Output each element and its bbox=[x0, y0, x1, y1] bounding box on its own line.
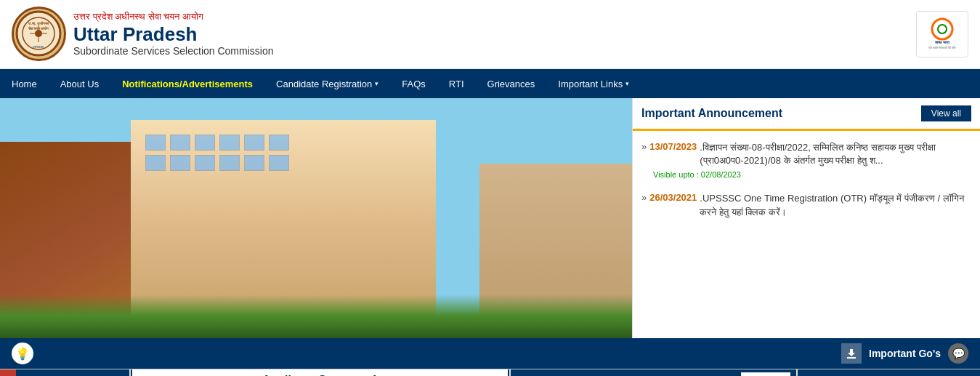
applicant-header: Applicant Segment-1 bbox=[131, 369, 509, 376]
bottom-right-area: Important Go's 💬 bbox=[841, 343, 968, 364]
header-hindi: उत्तर प्रदेश अधीनस्थ सेवा चयन आयोग bbox=[73, 11, 916, 23]
sections-area: Contact Us Online FormSubmission Applica… bbox=[0, 369, 980, 376]
announcement-body: » 13/07/2023 .विज्ञापन संख्या-08-परीक्षा… bbox=[633, 131, 980, 338]
nav-notifications[interactable]: Notifications/Advertisements bbox=[110, 69, 264, 98]
announcement-panel: Important Announcement View all » 13/07/… bbox=[632, 98, 980, 338]
ann-text-1[interactable]: .विज्ञापन संख्या-08-परीक्षा/2022, सम्मिल… bbox=[700, 141, 971, 167]
bottom-bar: 💡 Important Go's 💬 bbox=[0, 338, 980, 369]
nav-important-links[interactable]: Important Links ▾ bbox=[546, 69, 641, 98]
announcement-item-2: » 26/03/2021 .UPSSSC One Time Registrati… bbox=[641, 192, 971, 218]
header-title: Uttar Pradesh bbox=[73, 24, 916, 45]
notice-header-row: Notice Board View all bbox=[511, 369, 796, 376]
header: उ.प्र. अधीनस्थ सेवा चयन आयोग UPSSSC उत्त… bbox=[0, 0, 980, 69]
main-area: Important Announcement View all » 13/07/… bbox=[0, 98, 980, 338]
swachh-badge: स्वच्छ भारत एक कदम स्वच्छता की ओर bbox=[916, 11, 968, 57]
svg-point-9 bbox=[938, 25, 947, 33]
live-ads-header: Live Advertisements bbox=[798, 369, 980, 376]
bulb-icon[interactable]: 💡 bbox=[12, 343, 33, 364]
download-icon[interactable] bbox=[841, 343, 862, 364]
notice-view-all-btn[interactable]: View all bbox=[741, 372, 790, 376]
svg-text:UPSSSC: UPSSSC bbox=[33, 45, 45, 49]
header-text-block: उत्तर प्रदेश अधीनस्थ सेवा चयन आयोग Uttar… bbox=[73, 11, 916, 57]
live-ads-section: Live Advertisements 1. Direct Recruitmen… bbox=[798, 369, 980, 376]
announcement-item-1: » 13/07/2023 .विज्ञापन संख्या-08-परीक्षा… bbox=[641, 141, 971, 179]
svg-text:स्वच्छ भारत: स्वच्छ भारत bbox=[934, 40, 949, 44]
dropdown-arrow-2-icon: ▾ bbox=[625, 80, 629, 87]
header-subtitle: Subordinate Services Selection Commissio… bbox=[73, 45, 916, 57]
chat-icon[interactable]: 💬 bbox=[948, 343, 968, 364]
hero-image bbox=[0, 98, 632, 338]
ann-text-2[interactable]: .UPSSSC One Time Registration (OTR) मॉड्… bbox=[700, 192, 971, 218]
online-form-section[interactable]: Online FormSubmission bbox=[0, 369, 129, 376]
nav-faqs[interactable]: FAQs bbox=[390, 69, 437, 98]
announcement-title: Important Announcement bbox=[641, 107, 782, 120]
contact-us-tab[interactable]: Contact Us bbox=[0, 369, 16, 376]
svg-point-6 bbox=[35, 30, 42, 37]
applicant-section: Applicant Segment-1 Candidate Registrati… bbox=[129, 369, 511, 376]
ann-date-1[interactable]: 13/07/2023 bbox=[649, 141, 697, 167]
nav-rti[interactable]: RTI bbox=[437, 69, 476, 98]
notice-section: Notice Board View all » 21/07/2023 विज्ञ… bbox=[511, 369, 798, 376]
ann-date-2[interactable]: 26/03/2021 bbox=[649, 192, 697, 218]
announcement-view-all[interactable]: View all bbox=[921, 105, 971, 121]
navbar: Home About Us Notifications/Advertisemen… bbox=[0, 69, 980, 98]
bottom-left-area: 💡 bbox=[12, 343, 33, 364]
nav-home[interactable]: Home bbox=[0, 69, 49, 98]
ann-prefix-2: » bbox=[641, 192, 647, 218]
nav-about[interactable]: About Us bbox=[49, 69, 110, 98]
logo: उ.प्र. अधीनस्थ सेवा चयन आयोग UPSSSC bbox=[12, 7, 66, 61]
nav-candidate-reg[interactable]: Candidate Registration ▾ bbox=[264, 69, 390, 98]
announcement-header: Important Announcement View all bbox=[633, 98, 980, 131]
important-gos-label: Important Go's bbox=[869, 348, 941, 359]
nav-grievances[interactable]: Grievances bbox=[476, 69, 547, 98]
svg-rect-12 bbox=[847, 357, 856, 359]
svg-point-8 bbox=[932, 19, 952, 39]
svg-text:एक कदम स्वच्छता की ओर: एक कदम स्वच्छता की ओर bbox=[928, 46, 956, 49]
ann-prefix-1: » bbox=[641, 141, 647, 167]
dropdown-arrow-icon: ▾ bbox=[375, 80, 378, 87]
ann-visible-1: Visible upto : 02/08/2023 bbox=[653, 170, 971, 179]
